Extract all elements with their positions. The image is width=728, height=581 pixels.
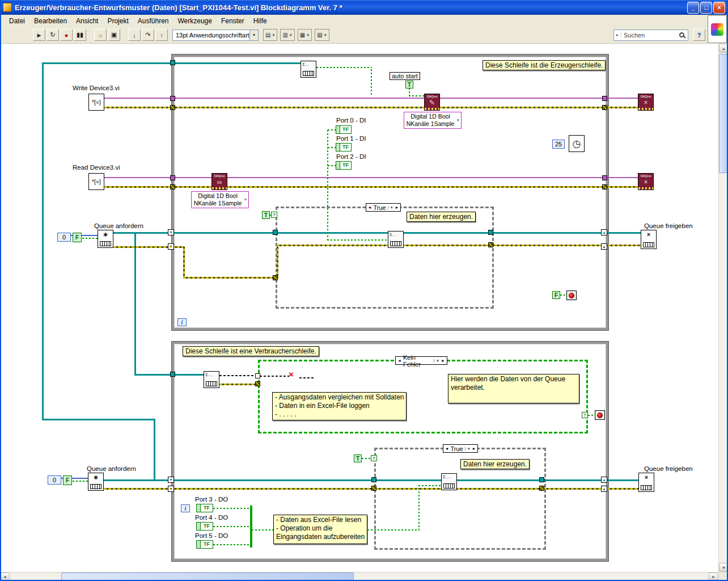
- case-comment[interactable]: Daten hier erzeugen.: [460, 459, 530, 469]
- case-next-arrow[interactable]: ►: [441, 359, 445, 363]
- boolean-tf-constant[interactable]: TF: [196, 540, 213, 549]
- help-button[interactable]: ?: [693, 29, 705, 41]
- search-icon[interactable]: [679, 32, 684, 37]
- tunnel[interactable]: [488, 242, 493, 247]
- scroll-down-arrow[interactable]: ▼: [719, 563, 728, 572]
- tunnel[interactable]: [371, 477, 376, 482]
- maximize-button[interactable]: □: [700, 2, 712, 14]
- run-button[interactable]: ►: [33, 29, 45, 41]
- case-next-arrow[interactable]: ►: [395, 205, 399, 209]
- tunnel[interactable]: [488, 230, 493, 235]
- align-objects-dropdown[interactable]: ▤ ▼: [263, 29, 277, 41]
- obtain-queue-label[interactable]: Queue anfordern: [94, 222, 143, 229]
- case-prev-arrow[interactable]: ◄: [397, 359, 401, 363]
- port-label[interactable]: Port 0 - DI: [336, 117, 366, 124]
- shift-register[interactable]: ▼: [168, 229, 174, 235]
- reorder-objects-dropdown[interactable]: ▧ ▼: [315, 29, 329, 41]
- chevron-down-icon[interactable]: ▼: [434, 359, 439, 363]
- error-wire[interactable]: [183, 246, 185, 279]
- case-selector-label[interactable]: True: [373, 204, 386, 211]
- broken-wire-icon[interactable]: ×: [289, 371, 294, 378]
- release-queue-label[interactable]: Queue freigeben: [644, 222, 693, 229]
- daqmx-read-node[interactable]: DAQmx ∞: [211, 173, 227, 190]
- tunnel[interactable]: [273, 275, 278, 280]
- tunnel[interactable]: [170, 105, 175, 110]
- minimize-button[interactable]: _: [687, 2, 699, 14]
- write-vi-label[interactable]: Write Device3.vi: [73, 85, 120, 91]
- write-device3-vi-node[interactable]: *{≈}: [88, 94, 104, 111]
- false-constant[interactable]: F: [552, 291, 560, 299]
- task-wire[interactable]: [227, 177, 638, 178]
- daqmx-clear-task-node[interactable]: DAQmx ×: [638, 173, 654, 190]
- boolean-wire[interactable]: [316, 67, 372, 68]
- boolean-tf-constant[interactable]: TF: [196, 522, 213, 531]
- case-selector-label[interactable]: True: [450, 445, 463, 452]
- queue-wire[interactable]: [113, 232, 641, 234]
- shift-register[interactable]: ▲: [601, 486, 607, 492]
- tunnel[interactable]: [273, 230, 278, 235]
- data-wire[interactable]: [219, 375, 258, 376]
- search-input[interactable]: ▸ Suchen: [613, 30, 688, 41]
- obtain-queue-label[interactable]: Queue anfordern: [87, 465, 136, 472]
- scroll-right-arrow[interactable]: ►: [709, 572, 718, 581]
- boolean-wire[interactable]: [328, 129, 336, 130]
- release-queue-label[interactable]: Queue freigeben: [644, 465, 693, 472]
- boolean-wire[interactable]: [328, 147, 336, 148]
- false-constant[interactable]: F: [63, 475, 72, 485]
- chevron-down-icon[interactable]: ▼: [249, 30, 258, 40]
- step-over-button[interactable]: ↷: [142, 29, 154, 41]
- tunnel[interactable]: [255, 381, 260, 386]
- retain-wire-values-button[interactable]: ▣: [108, 29, 120, 41]
- menu-item-werkzeuge[interactable]: Werkzeuge: [173, 16, 216, 26]
- scroll-left-arrow[interactable]: ◄: [0, 572, 10, 581]
- boolean-wire[interactable]: [82, 238, 98, 239]
- obtain-queue-node[interactable]: ∗: [98, 230, 113, 248]
- labview-logo[interactable]: [708, 15, 727, 43]
- case-selector[interactable]: ◄ True ▼ ►: [366, 203, 401, 212]
- queue-size-constant[interactable]: 0: [48, 475, 61, 485]
- boolean-wire[interactable]: [73, 481, 88, 482]
- case-comment[interactable]: Daten hier erzeugen.: [407, 212, 476, 222]
- case-selector-label[interactable]: Kein Fehler: [403, 354, 432, 368]
- wait-ms-constant[interactable]: 25: [552, 140, 565, 149]
- boolean-wire[interactable]: [418, 485, 420, 531]
- error-wire[interactable]: [219, 384, 258, 385]
- tunnel[interactable]: [602, 175, 607, 180]
- dequeue-element-node[interactable]: Σ…: [300, 61, 316, 78]
- read-device3-vi-node[interactable]: *{≈}: [88, 173, 104, 190]
- case-selector[interactable]: ◄ True ▼ ►: [443, 444, 478, 453]
- true-constant[interactable]: T: [405, 81, 413, 89]
- tunnel[interactable]: [170, 60, 175, 65]
- boolean-wire[interactable]: [213, 544, 251, 545]
- search-history-icon[interactable]: ▸: [614, 32, 621, 37]
- menu-item-ansicht[interactable]: Ansicht: [71, 16, 103, 26]
- step-into-button[interactable]: ↓: [128, 29, 141, 41]
- loop-condition-terminal[interactable]: [566, 290, 577, 300]
- tunnel[interactable]: [539, 477, 544, 482]
- boolean-merge-bar[interactable]: [250, 506, 252, 548]
- auto-start-label[interactable]: auto start: [390, 72, 420, 80]
- polymorphic-selector[interactable]: Digital 1D Bool NKanäle 1Sample ▼: [404, 112, 462, 129]
- chevron-down-icon[interactable]: ▼: [456, 117, 460, 124]
- boolean-wire[interactable]: [213, 508, 251, 509]
- font-selector[interactable]: 13pt Anwendungsschriftart ▼: [172, 30, 259, 41]
- queue-wire[interactable]: [134, 374, 204, 376]
- boolean-wire[interactable]: [327, 129, 328, 241]
- boolean-tf-constant[interactable]: TF: [196, 504, 213, 512]
- port-label[interactable]: Port 2 - DI: [336, 153, 366, 160]
- port-label[interactable]: Port 5 - DO: [195, 532, 228, 539]
- tunnel[interactable]: [602, 96, 607, 101]
- consumer-loop-comment[interactable]: Diese Schleife ist eine Verbraucherschle…: [183, 346, 319, 356]
- menu-item-fenster[interactable]: Fenster: [217, 16, 249, 26]
- error-wire[interactable]: [104, 107, 638, 108]
- tunnel[interactable]: [170, 184, 175, 190]
- boolean-wire[interactable]: [371, 67, 372, 95]
- case-prev-arrow[interactable]: ◄: [445, 447, 448, 451]
- shift-register[interactable]: ▼: [168, 477, 174, 483]
- highlight-execution-button[interactable]: ☼: [94, 29, 107, 41]
- close-button[interactable]: ×: [713, 2, 725, 14]
- producer-loop-comment[interactable]: Diese Schleife ist die Erzeugerschleife.: [482, 60, 606, 70]
- process-comment[interactable]: Hier werden die Daten von der Queue vera…: [448, 374, 579, 403]
- run-continuously-button[interactable]: ↻: [46, 29, 59, 41]
- boolean-wire[interactable]: [327, 239, 388, 241]
